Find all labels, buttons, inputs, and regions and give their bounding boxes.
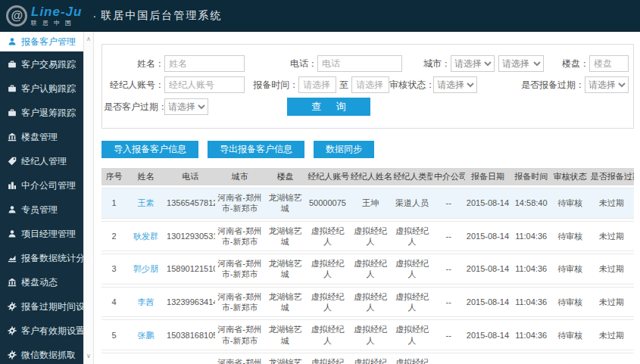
cell-agency: -- [432, 188, 465, 219]
page-title: 联居中国后台管理系统 [101, 9, 222, 23]
cell-agent-type: 虚拟经纪人 [392, 254, 432, 285]
table-row[interactable]: 2耿发群13012930531河南省-郑州市-新郑市龙湖锦艺城虚拟经纪人虚拟经纪… [101, 221, 634, 252]
cell-estate: 龙湖锦艺城 [264, 319, 306, 350]
brand-name: Line-Ju [31, 5, 82, 18]
sidebar-item-customer-deal-tracking[interactable]: 客户交易跟踪 [0, 53, 83, 76]
user-icon [8, 229, 17, 238]
cell-city: 河南省-郑州市-新郑市 [215, 188, 264, 219]
sidebar-item-customer-subscribe-tracking[interactable]: 客户认购跟踪 [0, 77, 83, 100]
cell-phone: 15038168105 [165, 319, 215, 350]
table-body: 1王素13565457812河南省-郑州市-新郑市龙湖锦艺城50000075王坤… [101, 188, 634, 364]
agent-account-input[interactable] [164, 76, 245, 93]
brand-subtitle: 联居中国 [31, 20, 82, 26]
sidebar-item-customer-validity-settings[interactable]: 客户有效期设置 [0, 319, 83, 342]
search-filter-panel: 姓名： 电话： 城市： 请选择 请选择 楼盘： 经纪人账号： 报备时间： 至 [101, 44, 634, 129]
customer-name-link[interactable]: 王素 [126, 188, 165, 219]
sidebar-item-wechat-data-capture[interactable]: 微信数据抓取 [0, 344, 83, 364]
sidebar-item-report-statistics[interactable]: 报备数据统计分析 [0, 247, 83, 269]
cell-report-date: 2015-08-14 [465, 188, 511, 219]
cell-index: 5 [101, 319, 126, 350]
sidebar-item-estate-news[interactable]: 楼盘动态 [0, 271, 83, 294]
export-report-customers-button[interactable]: 导出报备客户信息 [208, 141, 304, 158]
briefcase-icon [8, 60, 17, 69]
title-separator: · [92, 10, 96, 22]
cell-report-date: 2015-08-14 [465, 287, 511, 318]
cell-agent-type: 虚拟经纪人 [392, 319, 432, 350]
app-header: @ Line-Ju 联居中国 · 联居中国后台管理系统 [0, 0, 640, 32]
cell-report-expired: 未过期 [589, 353, 634, 364]
cell-report-time: 11:04:36 [510, 319, 551, 350]
customer-name-link[interactable]: 耿发群 [126, 221, 165, 252]
cell-report-time: 11:04:36 [510, 221, 551, 252]
cell-audit-status: 待审核 [551, 188, 589, 219]
building-icon [8, 132, 17, 142]
cell-index: 3 [101, 254, 126, 285]
cell-estate: 龙湖锦艺城 [264, 353, 306, 364]
report-expired-label: 是否报备过期： [518, 79, 585, 92]
data-sync-button[interactable]: 数据同步 [314, 141, 374, 158]
at-logo-icon: @ [6, 5, 27, 26]
briefcase-icon [8, 84, 17, 93]
col-agency: 中介公司 [432, 168, 465, 185]
cell-agent-account: 虚拟经纪人 [306, 353, 349, 364]
sidebar-item-specialist-mgmt[interactable]: 专员管理 [0, 198, 83, 221]
col-audit-status: 审核状态 [551, 168, 589, 185]
search-button[interactable]: 查 询 [287, 98, 370, 116]
report-customers-table: 序号 姓名 电话 城市 楼盘 经纪人账号 经纪人姓名 经纪人类型 中介公司 报备… [101, 166, 634, 364]
menu-scrollbar[interactable]: ∧ ∨ [83, 32, 94, 364]
report-time-from-input[interactable] [298, 76, 336, 93]
phone-input[interactable] [317, 55, 402, 72]
customer-name-link[interactable]: 郭少朋 [126, 254, 165, 285]
cell-report-date: 2015-08-14 [465, 319, 511, 350]
customer-expired-select[interactable]: 请选择 [164, 98, 208, 115]
sidebar-item-report-customer-mgmt[interactable]: 报备客户管理 [0, 32, 83, 51]
cell-agent-account: 50000075 [306, 188, 349, 219]
cell-report-time: 11:04:36 [510, 254, 551, 285]
col-phone: 电话 [165, 168, 215, 185]
cell-phone: 18137865115 [165, 353, 215, 364]
table-row[interactable]: 5张鹏15038168105河南省-郑州市-新郑市龙湖锦艺城虚拟经纪人虚拟经纪人… [101, 319, 634, 350]
table-row[interactable]: 3郭少朋15890121510河南省-郑州市-新郑市龙湖锦艺城虚拟经纪人虚拟经纪… [101, 254, 634, 285]
sidebar-item-agent-mgmt[interactable]: 经纪人管理 [0, 150, 83, 173]
cell-phone: 15890121510 [165, 254, 215, 285]
cell-phone: 13012930531 [165, 221, 215, 252]
sidebar-item-customer-refund-tracking[interactable]: 客户退筹跟踪 [0, 101, 83, 124]
cell-agent-account: 虚拟经纪人 [306, 221, 349, 252]
office-icon [8, 181, 17, 190]
cell-estate: 龙湖锦艺城 [264, 221, 306, 252]
report-time-label: 报备时间： [245, 79, 298, 92]
gear-icon [8, 302, 17, 311]
cell-audit-status: 待审核 [551, 319, 589, 350]
cell-audit-status: 待审核 [551, 221, 589, 252]
sidebar-item-project-manager-mgmt[interactable]: 项目经理管理 [0, 222, 83, 245]
agent-account-label: 经纪人账号： [104, 79, 164, 92]
table-row[interactable]: 1王素13565457812河南省-郑州市-新郑市龙湖锦艺城50000075王坤… [101, 188, 634, 219]
report-time-to-input[interactable] [351, 76, 389, 93]
sidebar-item-report-expire-settings[interactable]: 报备过期时间设置 [0, 295, 83, 318]
cell-agency: -- [432, 353, 465, 364]
phone-label: 电话： [264, 58, 317, 70]
sidebar-item-estate-mgmt[interactable]: 楼盘管理 [0, 126, 83, 148]
cell-report-date: 2015-08-14 [465, 221, 511, 252]
customer-expired-label: 是否客户过期： [104, 101, 164, 114]
cell-agent-name: 虚拟经纪人 [349, 221, 392, 252]
cell-audit-status: 待审核 [551, 254, 589, 285]
table-row[interactable]: 6张兵18137865115河南省-郑州市-新郑市龙湖锦艺城虚拟经纪人虚拟经纪人… [101, 353, 634, 364]
table-row[interactable]: 4李茜13239963414河南省-郑州市-新郑市龙湖锦艺城虚拟经纪人虚拟经纪人… [101, 287, 634, 318]
report-expired-select[interactable]: 请选择 [585, 76, 629, 93]
chevron-down-icon[interactable]: ∨ [86, 353, 91, 359]
customer-name-link[interactable]: 张鹏 [126, 319, 165, 350]
audit-status-select[interactable]: 请选择 [433, 76, 477, 93]
chevron-up-icon[interactable]: ∧ [86, 36, 91, 42]
estate-label: 楼盘： [561, 58, 589, 70]
city-city-select[interactable]: 请选择 [498, 55, 544, 72]
customer-name-link[interactable]: 李茜 [126, 287, 165, 318]
building-icon [8, 278, 17, 287]
estate-input[interactable] [589, 55, 629, 72]
customer-name-link[interactable]: 张兵 [126, 353, 165, 364]
import-report-customers-button[interactable]: 导入报备客户信息 [101, 141, 198, 158]
col-report-time: 报备时间 [510, 168, 551, 185]
city-province-select[interactable]: 请选择 [451, 55, 495, 72]
sidebar-item-agency-mgmt[interactable]: 中介公司管理 [0, 174, 83, 197]
name-input[interactable] [164, 55, 245, 72]
